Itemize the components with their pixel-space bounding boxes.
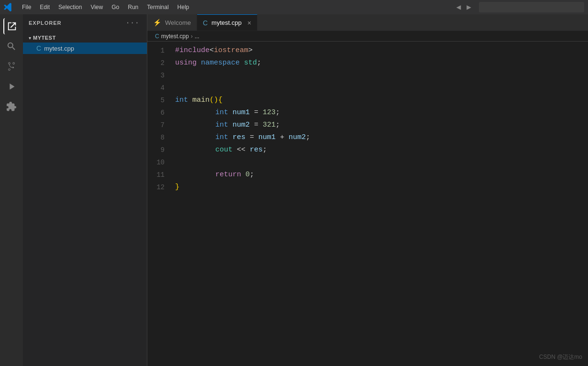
code-line-5: int main(){ [175,94,588,107]
line-num-11: 11 [147,169,165,181]
line-num-8: 8 [147,131,165,144]
code-editor[interactable]: 1 2 3 4 5 6 7 8 9 10 11 12 #include<iost… [147,42,588,366]
code-line-7: int num2 = 321; [175,119,588,131]
menu-bar: File Edit Selection View Go Run Terminal… [18,3,193,11]
folder-arrow-icon: ▾ [29,35,31,41]
line-num-7: 7 [147,119,165,131]
folder-header[interactable]: ▾ MYTEST [23,33,147,43]
code-line-2: using namespace std; [175,57,588,69]
code-line-10 [175,156,588,169]
menu-selection[interactable]: Selection [55,3,86,11]
command-search[interactable] [479,2,584,12]
watermark: CSDN @迈达mo [539,353,582,361]
folder-name: MYTEST [33,35,56,41]
code-line-8: int res = num1 + num2; [175,131,588,144]
cpp-file-icon: C [36,44,41,52]
line-numbers: 1 2 3 4 5 6 7 8 9 10 11 12 [147,42,171,366]
tab-mytest[interactable]: C mytest.cpp × [197,14,257,31]
breadcrumb-file-icon: C [155,33,159,40]
activity-extensions[interactable] [3,98,20,115]
code-line-1: #include<iostream> [175,44,588,57]
sidebar-title: EXPLORER [29,20,62,26]
breadcrumb-separator: › [191,33,193,40]
menu-run[interactable]: Run [124,3,142,11]
code-line-11: return 0; [175,169,588,181]
line-num-2: 2 [147,57,165,69]
file-item-label: mytest.cpp [44,45,74,52]
editor-area: ⚡ Welcome C mytest.cpp × C mytest.cpp › … [147,14,588,366]
code-line-9: cout << res; [175,144,588,156]
line-num-6: 6 [147,107,165,119]
line-num-3: 3 [147,69,165,82]
title-bar: File Edit Selection View Go Run Terminal… [0,0,588,14]
activity-run-debug[interactable] [3,78,20,95]
menu-edit[interactable]: Edit [36,3,54,11]
folder-section: ▾ MYTEST C mytest.cpp [23,31,147,56]
back-button[interactable]: ◀ [455,1,463,13]
menu-view[interactable]: View [87,3,107,11]
line-num-1: 1 [147,44,165,57]
code-line-6: int num1 = 123; [175,107,588,119]
nav-arrows: ◀ ▶ [455,1,473,13]
menu-terminal[interactable]: Terminal [143,3,172,11]
main-layout: EXPLORER ··· ▾ MYTEST C mytest.cpp ⚡ Wel… [0,14,588,366]
line-num-10: 10 [147,156,165,169]
tab-close-button[interactable]: × [247,19,251,27]
activity-explorer[interactable] [3,18,20,34]
sidebar: EXPLORER ··· ▾ MYTEST C mytest.cpp [23,14,147,366]
tab-welcome-label: Welcome [165,19,191,26]
activity-bar [0,14,23,366]
sidebar-header: EXPLORER ··· [23,14,147,31]
tab-bar: ⚡ Welcome C mytest.cpp × [147,14,588,31]
line-num-9: 9 [147,144,165,156]
line-num-5: 5 [147,94,165,107]
line-num-12: 12 [147,181,165,194]
menu-go[interactable]: Go [108,3,123,11]
vscode-tab-icon: ⚡ [153,19,161,26]
breadcrumb-extra[interactable]: ... [195,33,200,40]
sidebar-actions: ··· [123,18,141,28]
forward-button[interactable]: ▶ [465,1,473,13]
cpp-tab-icon: C [203,19,208,27]
menu-help[interactable]: Help [174,3,193,11]
tab-welcome[interactable]: ⚡ Welcome [147,14,197,31]
line-num-4: 4 [147,82,165,94]
tab-mytest-label: mytest.cpp [211,19,242,26]
breadcrumb: C mytest.cpp › ... [147,31,588,42]
menu-file[interactable]: File [18,3,35,11]
code-line-12: } [175,181,588,194]
activity-search[interactable] [3,38,20,54]
sidebar-overflow-button[interactable]: ··· [123,18,141,28]
code-line-3 [175,69,588,82]
vscode-logo [4,3,12,11]
breadcrumb-file[interactable]: mytest.cpp [161,33,189,40]
file-item-mytest[interactable]: C mytest.cpp [23,43,147,54]
code-line-4 [175,82,588,94]
activity-source-control[interactable] [3,58,20,75]
code-content: #include<iostream> using namespace std; … [171,42,588,366]
